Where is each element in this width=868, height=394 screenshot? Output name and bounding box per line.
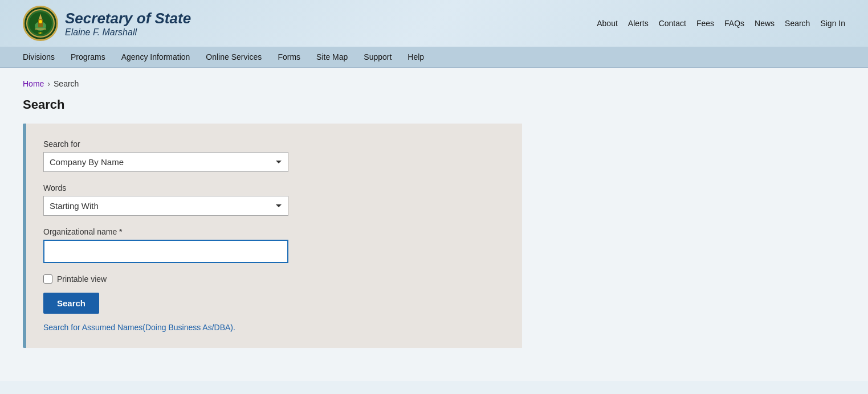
assumed-names-link[interactable]: Search for Assumed Names(Doing Business … <box>43 323 505 332</box>
org-name-label: Organizational name * <box>43 227 505 236</box>
search-for-group: Search for Company By Name Company By Ag… <box>43 139 505 172</box>
logo-area: NC Secretary of State Elaine F. Marshall <box>23 6 191 41</box>
top-nav: About Alerts Contact Fees FAQs News Sear… <box>597 19 845 28</box>
search-button[interactable]: Search <box>43 293 99 314</box>
breadcrumb-separator: › <box>47 79 50 88</box>
site-title-sub: Elaine F. Marshall <box>65 27 191 38</box>
page-title: Search <box>23 97 845 112</box>
nav-signin[interactable]: Sign In <box>820 19 845 28</box>
site-title-main: Secretary of State <box>65 10 191 27</box>
svg-point-5 <box>39 20 42 23</box>
nav-contact[interactable]: Contact <box>659 19 686 28</box>
nav-news[interactable]: News <box>755 19 775 28</box>
printable-view-row: Printable view <box>43 274 505 284</box>
search-for-label: Search for <box>43 139 505 149</box>
nav-programs[interactable]: Programs <box>71 52 105 61</box>
nav-alerts[interactable]: Alerts <box>628 19 649 28</box>
words-group: Words Starting With Containing Exact <box>43 183 505 216</box>
nav-online-services[interactable]: Online Services <box>206 52 262 61</box>
nav-help[interactable]: Help <box>407 52 424 61</box>
main-content: Home › Search Search Search for Company … <box>0 68 868 381</box>
breadcrumb-home[interactable]: Home <box>23 79 44 88</box>
nav-divisions[interactable]: Divisions <box>23 52 55 61</box>
site-title: Secretary of State Elaine F. Marshall <box>65 10 191 38</box>
nav-about[interactable]: About <box>597 19 618 28</box>
svg-text:NC: NC <box>38 31 43 35</box>
search-form-container: Search for Company By Name Company By Ag… <box>23 124 845 348</box>
state-seal: NC <box>23 6 58 41</box>
form-panel: Search for Company By Name Company By Ag… <box>26 124 522 348</box>
org-name-group: Organizational name * <box>43 227 505 263</box>
printable-view-checkbox[interactable] <box>43 274 52 284</box>
nav-support[interactable]: Support <box>364 52 392 61</box>
nav-faqs[interactable]: FAQs <box>724 19 744 28</box>
search-for-select[interactable]: Company By Name Company By Agent Company… <box>43 152 288 172</box>
nav-fees[interactable]: Fees <box>696 19 714 28</box>
words-select[interactable]: Starting With Containing Exact <box>43 196 288 216</box>
top-header: NC Secretary of State Elaine F. Marshall… <box>0 0 868 47</box>
printable-view-label[interactable]: Printable view <box>57 274 107 284</box>
nav-forms[interactable]: Forms <box>278 52 300 61</box>
org-name-input[interactable] <box>43 240 288 263</box>
nav-search[interactable]: Search <box>785 19 810 28</box>
secondary-nav: Divisions Programs Agency Information On… <box>0 47 868 68</box>
breadcrumb: Home › Search <box>23 79 845 88</box>
nav-agency-information[interactable]: Agency Information <box>121 52 190 61</box>
breadcrumb-current: Search <box>54 79 79 88</box>
nav-sitemap[interactable]: Site Map <box>316 52 348 61</box>
words-label: Words <box>43 183 505 192</box>
